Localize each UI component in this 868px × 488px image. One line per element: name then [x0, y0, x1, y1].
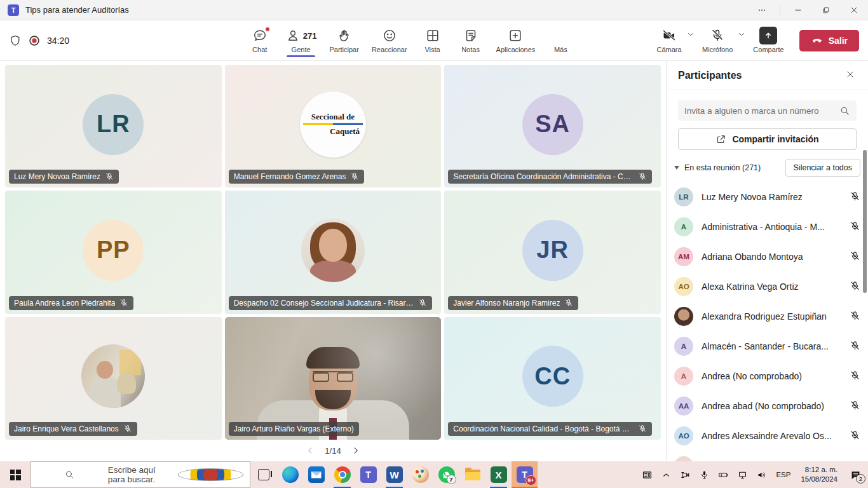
tray-expand-button[interactable]	[656, 461, 675, 488]
share-screen-icon	[759, 27, 777, 44]
participant-row[interactable]: Alexandra Rodriguez Estupiñan	[674, 301, 860, 331]
toolbar-raise-hand-button[interactable]: Participar	[325, 23, 362, 58]
tray-mic-button[interactable]	[695, 461, 714, 488]
chat-notification-dot	[265, 27, 270, 32]
muted-mic-icon[interactable]	[850, 281, 860, 292]
share-invitation-button[interactable]: Compartir invitación	[678, 128, 857, 150]
participant-row-partial[interactable]	[674, 451, 860, 461]
minimize-button[interactable]	[784, 0, 812, 20]
participant-row[interactable]: AAdministrativa - Antioquia - M...	[674, 212, 860, 241]
muted-mic-icon	[123, 424, 132, 433]
next-page-button[interactable]	[350, 445, 362, 456]
toolbar-people-button[interactable]: 271Gente	[281, 23, 321, 58]
taskbar-excel-icon[interactable]: X	[485, 461, 512, 488]
leave-button[interactable]: Salir	[799, 30, 859, 51]
participant-row[interactable]: AMAdriana Obando Montoya	[674, 241, 860, 271]
muted-mic-icon[interactable]	[850, 221, 860, 232]
section-collapse-icon[interactable]	[674, 166, 679, 170]
panel-close-button[interactable]	[841, 67, 859, 85]
language-indicator[interactable]: ESP	[771, 471, 796, 478]
camera-button[interactable]: Cámara	[653, 23, 686, 58]
search-icon	[37, 470, 102, 480]
participant-row[interactable]: AAAndrea abad (No comprobado)	[674, 391, 860, 421]
participant-row[interactable]: AOAlexa Katrina Vega Ortiz	[674, 271, 860, 301]
in-meeting-section-label: En esta reunión (271)	[684, 163, 785, 172]
muted-mic-icon[interactable]	[850, 370, 860, 381]
muted-mic-icon	[418, 299, 427, 308]
video-tile-2[interactable]: Seccional deCaquetáManuel Fernando Gomez…	[225, 65, 442, 187]
mute-all-button[interactable]: Silenciar a todos	[785, 159, 860, 177]
taskbar-teams-icon[interactable]: T	[355, 461, 381, 488]
video-tile-5[interactable]: Despacho 02 Consejo Seccional Judicatura…	[225, 191, 442, 313]
mic-options-chevron-icon[interactable]	[736, 29, 747, 39]
maximize-icon	[821, 5, 831, 15]
invite-search-input[interactable]	[684, 106, 839, 116]
previous-page-button[interactable]	[304, 445, 316, 456]
video-tile-8[interactable]: Jairo Arturo Riaño Vargas (Externo)	[225, 317, 442, 440]
close-button[interactable]	[840, 0, 868, 20]
muted-mic-icon[interactable]	[850, 341, 860, 351]
grid-pagination: 1/14	[5, 440, 661, 461]
toolbar-people-label: Gente	[292, 46, 311, 53]
windows-taskbar: Escribe aquí para buscar. TW7XT9+ ESP 8:…	[0, 461, 868, 488]
taskbar-edge-icon[interactable]	[277, 461, 303, 488]
clock[interactable]: 8:12 a. m. 15/08/2024	[796, 465, 843, 484]
taskbar-search-box[interactable]: Escribe aquí para buscar.	[31, 461, 250, 488]
muted-mic-icon[interactable]	[850, 251, 860, 262]
muted-mic-icon[interactable]	[850, 191, 860, 202]
video-tile-4[interactable]: PPPaula Andrea Leon Piedrahita	[5, 191, 222, 313]
microphone-button[interactable]: Micrófono	[698, 23, 736, 58]
video-tile-3[interactable]: SASecretaría Oficina Coordinación Admini…	[444, 65, 661, 187]
meeting-toolbar: 34:20 Chat271GenteParticiparReaccionarVi…	[0, 20, 868, 61]
widgets-icon	[642, 470, 653, 480]
network-button[interactable]	[733, 461, 752, 488]
toolbar-view-button[interactable]: Vista	[416, 23, 449, 58]
participant-row[interactable]: AOAndres Alexsaindre Arevalo Os...	[674, 421, 860, 451]
panel-scrollbar[interactable]	[863, 150, 867, 293]
muted-mic-icon[interactable]	[850, 400, 860, 411]
muted-mic-icon[interactable]	[850, 311, 860, 322]
muted-mic-icon[interactable]	[850, 430, 860, 441]
camera-options-chevron-icon[interactable]	[686, 29, 696, 39]
taskbar-teams-meeting-icon[interactable]: T9+	[512, 461, 538, 488]
start-button[interactable]	[0, 461, 31, 488]
toolbar-chat-button[interactable]: Chat	[243, 23, 276, 58]
volume-button[interactable]	[752, 461, 771, 488]
toolbar-raise-hand-label: Participar	[329, 46, 358, 53]
battery-button[interactable]	[714, 461, 733, 488]
widgets-button[interactable]	[637, 461, 656, 488]
toolbar-apps-button[interactable]: Aplicaciones	[492, 23, 539, 58]
toolbar-more-button[interactable]: Más	[544, 23, 577, 58]
notification-center-button[interactable]: 2	[843, 461, 868, 488]
toolbar-notes-button[interactable]: Notas	[454, 23, 487, 58]
participant-name: Adriana Obando Montoya	[702, 252, 841, 262]
participant-name: Manuel Fernando Gomez Arenas	[234, 172, 346, 181]
task-view-button[interactable]	[250, 461, 277, 488]
participant-row[interactable]: AAndrea (No comprobado)	[674, 361, 860, 391]
taskbar-mail-icon[interactable]	[303, 461, 329, 488]
chrome-logo-icon	[334, 466, 351, 483]
video-tile-6[interactable]: JRJavier Alfonso Naranjo Ramirez	[444, 191, 661, 313]
profile-photo	[301, 219, 365, 282]
taskbar-whatsapp-icon[interactable]: 7	[433, 461, 459, 488]
video-tile-1[interactable]: LRLuz Mery Novoa Ramírez	[5, 65, 222, 187]
participant-name: Paula Andrea Leon Piedrahita	[14, 299, 115, 308]
org-logo: Seccional deCaquetá	[300, 92, 366, 158]
taskbar-word-icon[interactable]: W	[381, 461, 407, 488]
tray-camera-button[interactable]	[675, 461, 695, 488]
video-tile-9[interactable]: CCCoordinación Nacional Calidad - Bogotá…	[444, 317, 661, 440]
toolbar-react-button[interactable]: Reaccionar	[368, 23, 411, 58]
teams-app-icon: T	[8, 4, 19, 16]
window-more-button[interactable]	[748, 0, 776, 20]
video-tile-7[interactable]: Jairo Enrique Vera Castellanos	[5, 317, 222, 440]
participant-row[interactable]: AAlmacén - Santander - Bucara...	[674, 331, 860, 361]
volume-icon	[756, 470, 767, 480]
share-button[interactable]: Comparte	[749, 23, 787, 58]
participant-row[interactable]: LRLuz Mery Novoa Ramírez	[674, 182, 860, 212]
taskbar-folder-icon[interactable]	[459, 461, 485, 488]
invite-search-field[interactable]	[678, 100, 857, 121]
taskbar-paint-icon[interactable]	[407, 461, 433, 488]
folder-logo-icon	[465, 466, 481, 483]
taskbar-chrome-icon[interactable]	[329, 461, 355, 488]
maximize-button[interactable]	[812, 0, 840, 20]
